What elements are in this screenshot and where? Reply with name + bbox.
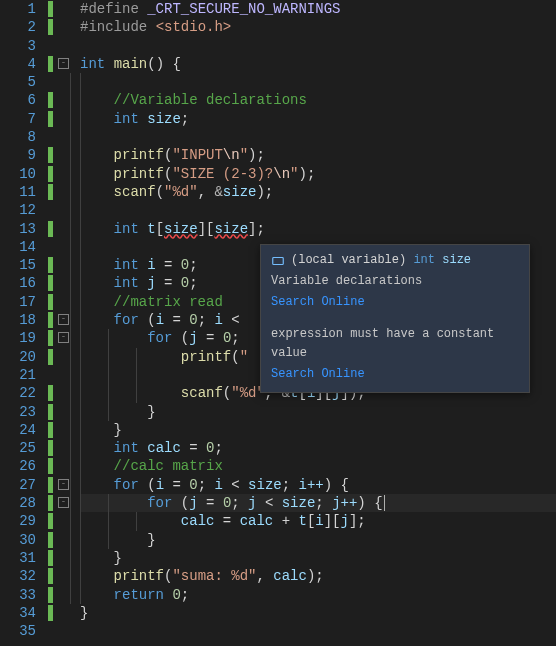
code-line[interactable]: } — [80, 549, 556, 567]
keyword: for — [114, 312, 139, 328]
variable: i — [315, 513, 323, 529]
code-line[interactable]: int t[size][size]; — [80, 220, 556, 238]
string: " — [240, 147, 248, 163]
margin-row — [48, 18, 80, 36]
margin-row: - — [48, 476, 80, 494]
scope-guide — [70, 421, 71, 439]
margin-row — [48, 586, 80, 604]
modification-bar — [48, 257, 53, 273]
macro-name: _CRT_SECURE_NO_WARNINGS — [147, 1, 340, 17]
margin-row — [48, 348, 80, 366]
margin-row — [48, 293, 80, 311]
code-line[interactable]: printf("SIZE (2-3)?\n"); — [80, 165, 556, 183]
variable: i++ — [299, 477, 324, 493]
line-number: 27 — [0, 476, 36, 494]
variable-icon — [271, 254, 285, 268]
scope-guide — [70, 146, 71, 164]
function-call: scanf — [114, 184, 156, 200]
code-line[interactable]: printf("INPUT\n"); — [80, 146, 556, 164]
modification-bar — [48, 294, 53, 310]
code-line[interactable]: int size; — [80, 110, 556, 128]
margin-row — [48, 439, 80, 457]
margin-row — [48, 567, 80, 585]
keyword: return — [114, 587, 164, 603]
comment: //calc matrix — [114, 458, 223, 474]
line-number: 14 — [0, 238, 36, 256]
code-line[interactable]: } — [80, 421, 556, 439]
margin-row — [48, 146, 80, 164]
tooltip-type: int — [413, 253, 435, 267]
fold-margin: ----- — [48, 0, 80, 646]
modification-bar — [48, 587, 53, 603]
code-line[interactable]: scanf("%d", &size); — [80, 183, 556, 201]
margin-row: - — [48, 494, 80, 512]
margin-row — [48, 256, 80, 274]
modification-bar — [48, 568, 53, 584]
code-line[interactable]: //Variable declarations — [80, 91, 556, 109]
code-line[interactable] — [80, 622, 556, 640]
line-number: 6 — [0, 91, 36, 109]
code-line-active[interactable]: for (j = 0; j < size; j++) { — [80, 494, 556, 512]
modification-bar — [48, 495, 53, 511]
fold-toggle[interactable]: - — [58, 332, 69, 343]
scope-guide — [70, 165, 71, 183]
code-line[interactable]: } — [80, 531, 556, 549]
line-number: 10 — [0, 165, 36, 183]
code-line[interactable] — [80, 201, 556, 219]
code-line[interactable]: calc = calc + t[i][j]; — [80, 512, 556, 530]
error-variable[interactable]: size — [214, 221, 248, 237]
keyword: int — [114, 111, 139, 127]
variable: j — [189, 495, 197, 511]
modification-bar — [48, 349, 53, 365]
code-line[interactable] — [80, 128, 556, 146]
scope-guide — [70, 439, 71, 457]
search-online-link[interactable]: Search Online — [271, 293, 519, 312]
code-line[interactable] — [80, 73, 556, 91]
margin-row: - — [48, 55, 80, 73]
code-line[interactable]: //calc matrix — [80, 457, 556, 475]
modification-bar — [48, 147, 53, 163]
hover-tooltip: (local variable) int size Variable decla… — [260, 244, 530, 393]
modification-bar — [48, 1, 53, 17]
line-number: 31 — [0, 549, 36, 567]
code-line[interactable]: #define _CRT_SECURE_NO_WARNINGS — [80, 0, 556, 18]
scope-guide — [70, 311, 71, 329]
code-line[interactable]: int calc = 0; — [80, 439, 556, 457]
line-number: 33 — [0, 586, 36, 604]
scope-guide — [70, 512, 71, 530]
line-number: 1 — [0, 0, 36, 18]
error-variable[interactable]: size — [164, 221, 198, 237]
code-line[interactable]: } — [80, 604, 556, 622]
text-cursor — [384, 495, 385, 511]
margin-row — [48, 604, 80, 622]
code-line[interactable]: #include <stdio.h> — [80, 18, 556, 36]
tooltip-scope: (local variable) — [291, 253, 406, 267]
code-line[interactable] — [80, 37, 556, 55]
fold-toggle[interactable]: - — [58, 497, 69, 508]
margin-row: - — [48, 329, 80, 347]
variable: i — [156, 312, 164, 328]
number: 0 — [172, 587, 180, 603]
line-number: 34 — [0, 604, 36, 622]
scope-guide — [70, 201, 71, 219]
code-line[interactable]: printf("suma: %d", calc); — [80, 567, 556, 585]
search-online-link[interactable]: Search Online — [271, 365, 519, 384]
fold-toggle[interactable]: - — [58, 314, 69, 325]
modification-bar — [48, 513, 53, 529]
line-number: 13 — [0, 220, 36, 238]
code-line[interactable]: } — [80, 403, 556, 421]
fold-toggle[interactable]: - — [58, 58, 69, 69]
modification-bar — [48, 312, 53, 328]
line-number: 7 — [0, 110, 36, 128]
scope-guide — [70, 73, 71, 91]
variable: j — [189, 330, 197, 346]
variable: size — [223, 184, 257, 200]
code-line[interactable]: for (i = 0; i < size; i++) { — [80, 476, 556, 494]
variable: calc — [147, 440, 181, 456]
fold-toggle[interactable]: - — [58, 479, 69, 490]
string: "SIZE (2-3)? — [172, 166, 273, 182]
margin-row — [48, 183, 80, 201]
code-line[interactable]: return 0; — [80, 586, 556, 604]
variable: i — [147, 257, 155, 273]
code-line[interactable]: int main() { — [80, 55, 556, 73]
